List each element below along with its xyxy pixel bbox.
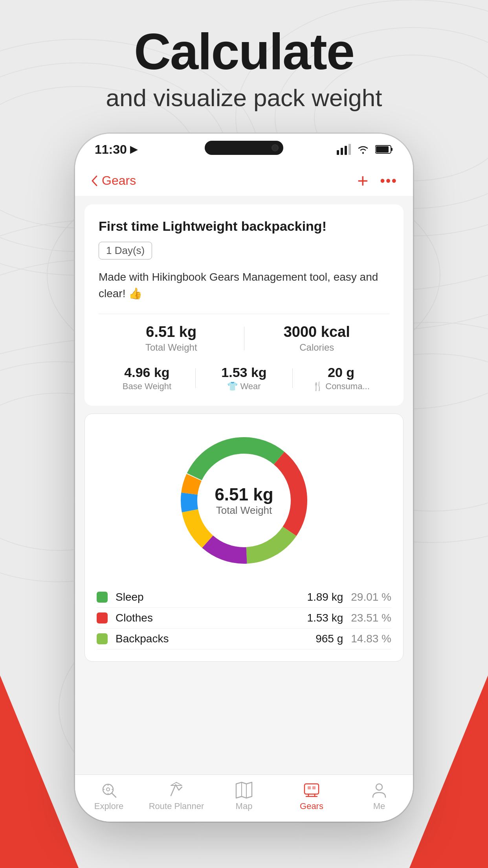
svg-point-45 xyxy=(376,784,382,790)
main-content: First time Lightweight backpacking! 1 Da… xyxy=(75,197,413,774)
svg-point-32 xyxy=(106,788,110,791)
donut-center: 6.51 kg Total Weight xyxy=(215,485,273,517)
status-icons xyxy=(337,144,393,155)
total-weight-label: Total Weight xyxy=(99,342,244,353)
signal-icon xyxy=(337,144,351,155)
more-button[interactable]: ••• xyxy=(380,173,397,189)
days-badge: 1 Day(s) xyxy=(99,242,152,259)
svg-line-31 xyxy=(112,793,116,797)
legend-color-clothes xyxy=(97,612,108,623)
tab-map-label: Map xyxy=(236,801,253,811)
main-stats: 6.51 kg Total Weight 3000 kcal Calories xyxy=(99,314,389,353)
tab-gears[interactable]: Gears xyxy=(278,782,345,811)
svg-rect-14 xyxy=(337,150,339,155)
svg-rect-41 xyxy=(305,784,319,794)
tab-me[interactable]: Me xyxy=(345,782,413,811)
tab-explore[interactable]: Explore xyxy=(75,782,143,811)
calories-stat: 3000 kcal Calories xyxy=(244,324,390,353)
wear-stat: 1.53 kg 👕 Wear xyxy=(196,365,292,392)
phone-camera xyxy=(272,144,279,151)
legend-pct-backpacks: 14.83 % xyxy=(351,633,391,645)
legend-color-backpacks xyxy=(97,633,108,644)
tab-map[interactable]: Map xyxy=(210,782,278,811)
svg-rect-20 xyxy=(391,148,393,151)
secondary-stats: 4.96 kg Base Weight 1.53 kg 👕 Wear 20 g … xyxy=(99,361,389,392)
legend-color-sleep xyxy=(97,592,108,603)
route-icon xyxy=(168,782,185,799)
legend-weight-clothes: 1.53 kg xyxy=(307,612,343,624)
tab-explore-label: Explore xyxy=(94,801,124,811)
explore-icon xyxy=(100,782,117,799)
svg-rect-16 xyxy=(345,146,347,155)
back-button[interactable]: Gears xyxy=(91,173,136,188)
wifi-icon xyxy=(356,144,370,155)
gears-icon xyxy=(303,782,320,799)
legend-name-clothes: Clothes xyxy=(116,612,307,624)
wear-label: 👕 Wear xyxy=(196,381,292,392)
svg-rect-15 xyxy=(341,148,343,155)
total-weight-stat: 6.51 kg Total Weight xyxy=(99,324,244,353)
main-title: Calculate xyxy=(0,24,488,80)
legend-name-backpacks: Backpacks xyxy=(116,633,316,645)
legend-sleep: Sleep 1.89 kg 29.01 % xyxy=(97,587,391,608)
tab-bar: Explore Route Planner Map xyxy=(75,774,413,822)
status-time: 11:30 ▶ xyxy=(95,142,137,157)
map-icon xyxy=(235,782,253,799)
back-chevron-icon xyxy=(91,175,99,187)
svg-rect-21 xyxy=(376,146,389,153)
svg-rect-17 xyxy=(349,144,351,155)
shirt-icon: 👕 xyxy=(227,381,238,392)
navigation-bar: Gears + ••• xyxy=(75,165,413,197)
base-weight-label: Base Weight xyxy=(99,381,195,392)
location-icon: ▶ xyxy=(130,144,137,155)
consumable-label: 🍴 Consuma... xyxy=(293,381,389,392)
legend-clothes: Clothes 1.53 kg 23.51 % xyxy=(97,608,391,629)
legend-weight-sleep: 1.89 kg xyxy=(307,591,343,603)
consumable-stat: 20 g 🍴 Consuma... xyxy=(293,365,389,392)
svg-rect-44 xyxy=(312,786,316,789)
donut-weight: 6.51 kg xyxy=(215,485,273,504)
me-icon xyxy=(371,782,388,799)
legend-pct-sleep: 29.01 % xyxy=(351,591,391,603)
main-subtitle: and visualize pack weight xyxy=(0,84,488,112)
svg-marker-37 xyxy=(171,782,182,785)
tab-route-label: Route Planner xyxy=(149,801,204,811)
chart-legend: Sleep 1.89 kg 29.01 % Clothes 1.53 kg 23… xyxy=(97,587,391,649)
legend-pct-clothes: 23.51 % xyxy=(351,612,391,624)
base-weight-value: 4.96 kg xyxy=(99,365,195,380)
phone-notch xyxy=(205,141,283,155)
tab-route-planner[interactable]: Route Planner xyxy=(143,782,210,811)
donut-chart-container: 6.51 kg Total Weight xyxy=(97,426,391,575)
svg-rect-43 xyxy=(308,786,311,789)
consumable-value: 20 g xyxy=(293,365,389,380)
svg-point-18 xyxy=(362,152,364,154)
battery-icon xyxy=(375,145,393,154)
calories-value: 3000 kcal xyxy=(244,324,390,340)
tab-me-label: Me xyxy=(373,801,385,811)
trip-description: Made with Hikingbook Gears Management to… xyxy=(99,269,389,302)
tab-gears-label: Gears xyxy=(300,801,323,811)
legend-backpacks: Backpacks 965 g 14.83 % xyxy=(97,629,391,649)
header-section: Calculate and visualize pack weight xyxy=(0,24,488,112)
legend-weight-backpacks: 965 g xyxy=(316,633,343,645)
nav-actions: + ••• xyxy=(357,170,397,191)
base-weight-stat: 4.96 kg Base Weight xyxy=(99,365,195,392)
phone-frame: 11:30 ▶ xyxy=(75,134,413,822)
fork-icon: 🍴 xyxy=(312,381,323,392)
legend-name-sleep: Sleep xyxy=(116,591,307,603)
wear-value: 1.53 kg xyxy=(196,365,292,380)
total-weight-value: 6.51 kg xyxy=(99,324,244,340)
status-bar: 11:30 ▶ xyxy=(75,134,413,165)
chart-card: 6.51 kg Total Weight Sleep 1.89 kg 29.01… xyxy=(84,414,404,662)
trip-title: First time Lightweight backpacking! xyxy=(99,219,389,234)
calories-label: Calories xyxy=(244,342,390,353)
trip-info-card: First time Lightweight backpacking! 1 Da… xyxy=(84,204,404,406)
donut-label: Total Weight xyxy=(215,504,273,517)
add-button[interactable]: + xyxy=(357,170,368,191)
svg-marker-38 xyxy=(236,782,252,798)
